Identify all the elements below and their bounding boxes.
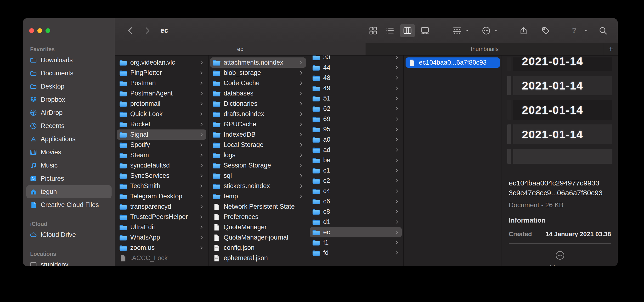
folder-row-be[interactable]: be bbox=[310, 155, 402, 165]
folder-row-org-videolan-vlc[interactable]: org.videolan.vlc bbox=[117, 57, 206, 68]
folder-row-69[interactable]: 69 bbox=[310, 114, 402, 124]
file-row-ephemeral-json[interactable]: ephemeral.json bbox=[210, 253, 306, 263]
toolbar-overflow-chevron[interactable] bbox=[583, 28, 589, 33]
folder-row-temp[interactable]: temp bbox=[210, 191, 306, 202]
folder-row-whatsapp[interactable]: WhatsApp bbox=[117, 232, 206, 243]
column-view-button[interactable] bbox=[400, 24, 415, 37]
folder-row-session-storage[interactable]: Session Storage bbox=[210, 160, 306, 171]
sidebar-item-music[interactable]: Music bbox=[26, 159, 112, 172]
sidebar-item-documents[interactable]: Documents bbox=[26, 67, 112, 80]
file-row-network-persistent-state[interactable]: Network Persistent State bbox=[210, 202, 306, 212]
sidebar-item-teguh[interactable]: teguh bbox=[26, 185, 112, 198]
folder-row-syncdefaultsd[interactable]: syncdefaultsd bbox=[117, 160, 206, 171]
sidebar-item-icloud-drive[interactable]: iCloud Drive bbox=[26, 228, 112, 242]
list-view-button[interactable] bbox=[386, 26, 394, 35]
share-button[interactable] bbox=[519, 26, 528, 35]
sidebar-item-dropbox[interactable]: Dropbox bbox=[26, 93, 112, 106]
folder-row-c1[interactable]: c1 bbox=[310, 165, 402, 176]
folder-row-code-cache[interactable]: Code Cache bbox=[210, 78, 306, 88]
folder-row-sql[interactable]: sql bbox=[210, 171, 306, 181]
folder-row-steam[interactable]: Steam bbox=[117, 150, 206, 160]
folder-row-c2[interactable]: c2 bbox=[310, 176, 402, 186]
folder-row-transparencyd[interactable]: transparencyd bbox=[117, 202, 206, 212]
zoom-button[interactable] bbox=[46, 28, 50, 33]
tab-thumbnails[interactable]: thumbnails bbox=[366, 43, 604, 55]
folder-row-33[interactable]: 33 bbox=[310, 55, 402, 62]
help-button[interactable]: ? bbox=[572, 26, 576, 35]
folder-row-techsmith[interactable]: TechSmith bbox=[117, 181, 206, 191]
folder-row-ad[interactable]: ad bbox=[310, 145, 402, 155]
folder-row-blob-storage[interactable]: blob_storage bbox=[210, 68, 306, 78]
folder-row-pingplotter[interactable]: PingPlotter bbox=[117, 68, 206, 78]
folder-row-95[interactable]: 95 bbox=[310, 124, 402, 134]
folder-row-a0[interactable]: a0 bbox=[310, 134, 402, 145]
sidebar-item-applications[interactable]: Applications bbox=[26, 133, 112, 146]
folder-row-f1[interactable]: f1 bbox=[310, 237, 402, 248]
folder-row-indexeddb[interactable]: IndexedDB bbox=[210, 129, 306, 140]
folder-row-postmanagent[interactable]: PostmanAgent bbox=[117, 88, 206, 99]
folder-row-ultraedit[interactable]: UltraEdit bbox=[117, 222, 206, 232]
folder-row-signal[interactable]: Signal bbox=[117, 129, 206, 140]
file-row-config-json[interactable]: config.json bbox=[210, 243, 306, 253]
folder-row-trustedpeershelper[interactable]: TrustedPeersHelper bbox=[117, 212, 206, 222]
folder-row-zoom-us[interactable]: zoom.us bbox=[117, 243, 206, 253]
folder-row-62[interactable]: 62 bbox=[310, 104, 402, 114]
folder-row-databases[interactable]: databases bbox=[210, 88, 306, 99]
back-button[interactable] bbox=[126, 26, 135, 35]
group-chevron[interactable] bbox=[464, 28, 470, 33]
folder-row-d1[interactable]: d1 bbox=[310, 217, 402, 227]
close-button[interactable] bbox=[29, 28, 34, 33]
sidebar-item-pictures[interactable]: Pictures bbox=[26, 172, 112, 185]
folder-row-dictionaries[interactable]: Dictionaries bbox=[210, 99, 306, 109]
folder-row-c4[interactable]: c4 bbox=[310, 186, 402, 196]
folder-row-drafts-noindex[interactable]: drafts.noindex bbox=[210, 109, 306, 119]
folder-row-c6[interactable]: c6 bbox=[310, 196, 402, 207]
folder-row-telegram-desktop[interactable]: Telegram Desktop bbox=[117, 191, 206, 202]
folder-row-gpucache[interactable]: GPUCache bbox=[210, 119, 306, 129]
file-row-accc-lock[interactable]: .ACCC_Lock bbox=[117, 253, 206, 263]
file-row-ec104baa0-6a7f80c93[interactable]: ec104baa0...6a7f80c93 bbox=[406, 57, 500, 68]
sidebar-item-stupidgoy[interactable]: stupidgoy bbox=[26, 258, 112, 266]
sidebar-item-movies[interactable]: Movies bbox=[26, 146, 112, 159]
actions-chevron[interactable] bbox=[493, 28, 499, 33]
folder-row-51[interactable]: 51 bbox=[310, 93, 402, 104]
folder-row-stickers-noindex[interactable]: stickers.noindex bbox=[210, 181, 306, 191]
folder-row-quick-look[interactable]: Quick Look bbox=[117, 109, 206, 119]
folder-row-c8[interactable]: c8 bbox=[310, 207, 402, 217]
folder-icon bbox=[119, 100, 127, 107]
minimize-button[interactable] bbox=[37, 28, 42, 33]
gallery-view-button[interactable] bbox=[420, 26, 430, 35]
sidebar-item-airdrop[interactable]: AirDrop bbox=[26, 106, 112, 119]
folder-row-attachments-noindex[interactable]: attachments.noindex bbox=[210, 57, 306, 68]
folder-icon bbox=[312, 75, 320, 81]
sidebar-item-creative-cloud-files[interactable]: Creative Cloud Files bbox=[26, 198, 112, 212]
sidebar-item-recents[interactable]: Recents bbox=[26, 119, 112, 133]
sidebar-item-desktop[interactable]: Desktop bbox=[26, 80, 112, 93]
folder-row-syncservices[interactable]: SyncServices bbox=[117, 171, 206, 181]
appstore-icon bbox=[30, 135, 37, 143]
folder-row-spotify[interactable]: Spotify bbox=[117, 140, 206, 150]
forward-button[interactable] bbox=[143, 26, 152, 35]
file-row-preferences[interactable]: Preferences bbox=[210, 212, 306, 222]
folder-row-ec[interactable]: ec bbox=[310, 227, 402, 237]
tag-button[interactable] bbox=[541, 26, 550, 35]
folder-row-rocket[interactable]: Rocket bbox=[117, 119, 206, 129]
folder-row-49[interactable]: 49 bbox=[310, 83, 402, 93]
tab-ec[interactable]: ec bbox=[115, 43, 366, 55]
folder-row-48[interactable]: 48 bbox=[310, 73, 402, 83]
grid-view-button[interactable] bbox=[369, 26, 378, 35]
actions-button[interactable] bbox=[482, 26, 491, 35]
folder-row-fd[interactable]: fd bbox=[310, 248, 402, 258]
folder-row-local-storage[interactable]: Local Storage bbox=[210, 140, 306, 150]
file-row-quotamanager[interactable]: QuotaManager bbox=[210, 222, 306, 232]
new-tab-button[interactable]: + bbox=[604, 43, 618, 55]
file-row-quotamanager-journal[interactable]: QuotaManager-journal bbox=[210, 232, 306, 243]
folder-row-logs[interactable]: logs bbox=[210, 150, 306, 160]
folder-row-protonmail[interactable]: protonmail bbox=[117, 99, 206, 109]
more-button[interactable]: More... bbox=[502, 250, 618, 266]
folder-row-44[interactable]: 44 bbox=[310, 62, 402, 73]
search-button[interactable] bbox=[598, 26, 608, 35]
sidebar-item-downloads[interactable]: Downloads bbox=[26, 54, 112, 67]
group-button[interactable] bbox=[452, 26, 462, 35]
folder-row-postman[interactable]: Postman bbox=[117, 78, 206, 88]
